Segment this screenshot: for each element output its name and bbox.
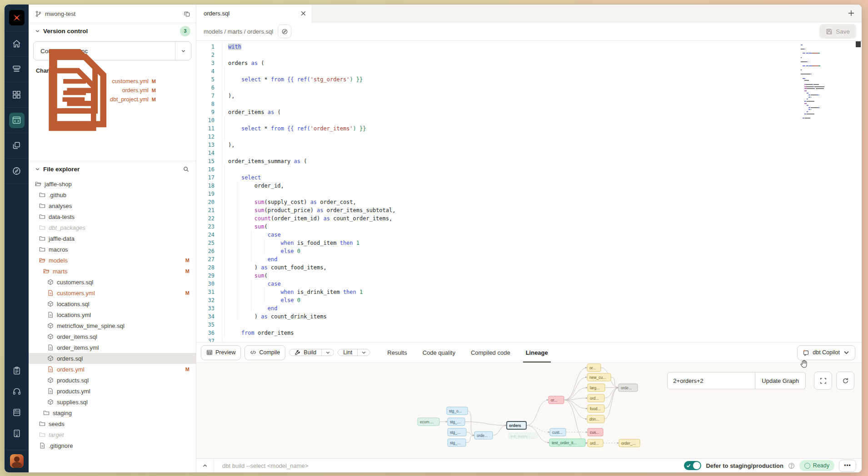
- lineage-node-orde[interactable]: orde...: [619, 384, 638, 392]
- sidebar-item-stack[interactable]: [5, 57, 29, 82]
- dbt-logo[interactable]: [5, 5, 29, 31]
- compile-button[interactable]: Compile: [244, 345, 285, 360]
- sidebar-item-headset[interactable]: [12, 387, 21, 398]
- lineage-node-test_order_it[interactable]: test_order_it...: [549, 439, 585, 446]
- tree-item-customers.yml[interactable]: customers.ymlM: [29, 288, 196, 298]
- code-area[interactable]: withorders as ( select * from {{ ref('st…: [222, 41, 862, 342]
- sidebar-item-server[interactable]: [12, 408, 21, 419]
- tree-item-locations.sql[interactable]: locations.sql: [29, 298, 196, 309]
- results-tab-results[interactable]: Results: [387, 342, 407, 362]
- tree-item-jaffle-data[interactable]: jaffle-data: [29, 233, 196, 244]
- lineage-node-or[interactable]: or...: [587, 364, 601, 372]
- tree-item-.gitignore[interactable]: .gitignore: [29, 440, 196, 451]
- minimap[interactable]: [801, 45, 830, 122]
- tree-item-products.yml[interactable]: products.yml: [29, 386, 196, 397]
- tree-item-macros[interactable]: macros: [29, 244, 196, 255]
- lineage-node-food[interactable]: food...: [588, 405, 604, 412]
- sidebar-item-home[interactable]: [5, 31, 29, 57]
- editor-column: orders.sql models / marts / orders.sql S…: [196, 5, 862, 472]
- lineage-node-ecom[interactable]: ecom....: [418, 418, 439, 426]
- lineage-node-new_cu[interactable]: new_cu...: [587, 373, 611, 381]
- lineage-node-stg_[interactable]: stg_...: [448, 439, 466, 446]
- lineage-node-or[interactable]: or...: [549, 396, 564, 404]
- dbt-copilot-button[interactable]: dbt Copilot: [797, 345, 855, 360]
- defer-toggle[interactable]: [684, 461, 701, 470]
- sidebar-item-grid[interactable]: [5, 82, 29, 108]
- tree-item-order_items.sql[interactable]: order_items.sql: [29, 331, 196, 342]
- tree-item-orders.sql[interactable]: orders.sql: [29, 353, 196, 364]
- tree-item-locations.yml[interactable]: locations.yml: [29, 309, 196, 320]
- tree-item-orders.yml[interactable]: orders.ymlM: [29, 364, 196, 375]
- tree-item-staging[interactable]: staging: [29, 407, 196, 418]
- sidebar-item-windows[interactable]: [5, 133, 29, 159]
- lineage-node-stg_[interactable]: stg_...: [448, 428, 466, 436]
- lineage-node-ord[interactable]: ord...: [588, 394, 604, 402]
- fullscreen-button[interactable]: [814, 372, 832, 390]
- tree-item-data-tests[interactable]: data-tests: [29, 211, 196, 222]
- user-avatar[interactable]: [5, 450, 29, 468]
- commit-dropdown[interactable]: [175, 42, 191, 60]
- develop-icon: [12, 115, 21, 125]
- save-button[interactable]: Save: [819, 24, 856, 39]
- lineage-node-cus[interactable]: cus...: [588, 428, 603, 436]
- tree-item-order_items.yml[interactable]: order_items.yml: [29, 342, 196, 353]
- tree-item-jaffle-shop[interactable]: jaffle-shop: [29, 178, 196, 189]
- tab-orders-sql[interactable]: orders.sql: [196, 5, 312, 22]
- command-bar-expand[interactable]: [196, 459, 214, 472]
- file-explorer-header[interactable]: File explorer: [29, 161, 196, 177]
- sidebar-item-gauge[interactable]: [5, 159, 29, 184]
- build-dropdown[interactable]: [321, 349, 334, 356]
- new-tab-button[interactable]: [841, 5, 862, 22]
- copy-icon[interactable]: [184, 10, 190, 17]
- refresh-button[interactable]: [836, 372, 854, 390]
- go-to-node-button[interactable]: [278, 25, 291, 38]
- editor-scrollbar[interactable]: [856, 41, 861, 47]
- tree-item-label: products.sql: [57, 377, 89, 384]
- lineage-node-cust[interactable]: cust...: [550, 428, 566, 436]
- lint-button[interactable]: Lint: [338, 349, 357, 356]
- preview-button[interactable]: Preview: [201, 345, 241, 360]
- tree-item-label: orders.sql: [57, 355, 83, 362]
- lineage-edge-stg4-orde1: [466, 436, 474, 443]
- tree-item-target[interactable]: target: [29, 429, 196, 440]
- command-input[interactable]: dbt build --select <model_name>: [214, 462, 684, 469]
- results-tab-lineage[interactable]: Lineage: [526, 342, 548, 362]
- tree-item-.github[interactable]: .github: [29, 189, 196, 200]
- tree-item-metricflow_time_spine.sql[interactable]: metricflow_time_spine.sql: [29, 320, 196, 331]
- lint-dropdown[interactable]: [357, 349, 369, 356]
- tree-item-marts[interactable]: martsM: [29, 266, 196, 277]
- sidebar-item-building[interactable]: [12, 429, 21, 440]
- version-control-header[interactable]: Version control 3: [29, 23, 196, 39]
- results-tab-code-quality[interactable]: Code quality: [423, 342, 455, 362]
- lineage-node-larg[interactable]: larg...: [588, 384, 605, 392]
- help-icon[interactable]: [788, 462, 795, 469]
- tree-item-products.sql[interactable]: products.sql: [29, 375, 196, 386]
- tree-item-models[interactable]: modelsM: [29, 255, 196, 266]
- lineage-node-orde[interactable]: orde...: [474, 431, 493, 439]
- sidebar-item-develop[interactable]: [5, 108, 29, 133]
- tree-item-analyses[interactable]: analyses: [29, 200, 196, 211]
- sidebar-item-clipboard[interactable]: [12, 366, 21, 377]
- more-options-button[interactable]: •••: [839, 460, 856, 472]
- lineage-node-stg_[interactable]: stg_...: [448, 418, 465, 426]
- changed-file-name: orders.yml: [122, 87, 148, 94]
- code-editor[interactable]: 1234567891011121314151617181920212223242…: [196, 41, 862, 342]
- lineage-node-ord[interactable]: ord...: [588, 439, 603, 447]
- status-ready-badge[interactable]: Ready: [799, 460, 834, 471]
- lineage-node-stg_o[interactable]: stg_o...: [447, 407, 468, 415]
- svg-text:ord...: ord...: [590, 396, 599, 401]
- lineage-selector-input[interactable]: 2+orders+2: [667, 372, 755, 389]
- update-graph-button[interactable]: Update Graph: [755, 372, 806, 389]
- lineage-node-orders[interactable]: orders: [507, 421, 526, 429]
- svg-text:or...: or...: [551, 398, 557, 402]
- tree-item-seeds[interactable]: seeds: [29, 418, 196, 429]
- results-tab-compiled-code[interactable]: Compiled code: [471, 342, 510, 362]
- lineage-node-order_[interactable]: order_...: [619, 439, 640, 447]
- close-icon[interactable]: [300, 10, 306, 16]
- tree-item-supplies.sql[interactable]: supplies.sql: [29, 397, 196, 407]
- tree-item-customers.sql[interactable]: customers.sql: [29, 277, 196, 288]
- tree-item-dbt_packages[interactable]: dbt_packages: [29, 222, 196, 233]
- lineage-node-drin[interactable]: drin...: [587, 415, 604, 423]
- search-icon[interactable]: [183, 166, 190, 173]
- build-button[interactable]: Build: [289, 349, 321, 356]
